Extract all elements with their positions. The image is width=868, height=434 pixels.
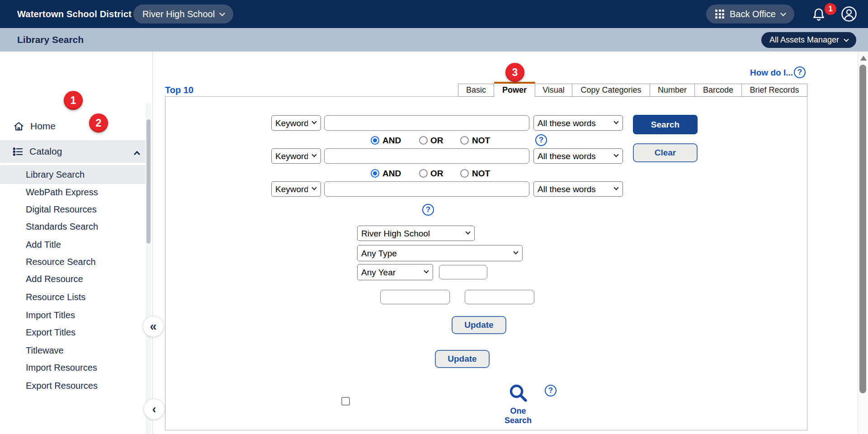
tab-brief-records[interactable]: Brief Records — [742, 84, 807, 97]
page-title: Library Search — [17, 28, 84, 52]
sidebar-item-resource-lists[interactable]: Resource Lists — [0, 288, 147, 306]
help-icon[interactable]: ? — [545, 385, 557, 396]
field-type-select-1[interactable]: Keyword — [271, 115, 321, 131]
sidebar-collapse-handle[interactable]: « — [143, 316, 164, 337]
top-navbar: Watertown School District River High Sch… — [0, 0, 868, 28]
material-type-select[interactable]: Any Type — [357, 245, 523, 261]
sidebar-item-label: Standards Search — [26, 222, 98, 232]
tab-number[interactable]: Number — [650, 84, 695, 97]
match-type-select-1-wrap: All these words — [533, 115, 623, 131]
sidebar-item-digital-resources[interactable]: Digital Resources — [0, 201, 147, 218]
search-button[interactable]: Search — [633, 115, 698, 134]
sidebar-item-label: Home — [30, 121, 56, 132]
tab-visual[interactable]: Visual — [535, 84, 572, 97]
tab-barcode[interactable]: Barcode — [695, 84, 742, 97]
field-type-select-2-wrap: Keyword — [271, 148, 321, 164]
annotation-badge-2: 2 — [89, 113, 108, 132]
sidebar-item-export-titles[interactable]: Export Titles — [0, 324, 147, 341]
sidebar-item-label: Titlewave — [26, 345, 64, 356]
include-online-checkbox[interactable] — [341, 397, 350, 406]
and-label: AND — [382, 136, 401, 146]
page-scrollbar-thumb[interactable] — [859, 65, 866, 393]
tab-power[interactable]: Power — [494, 82, 535, 97]
not-radio-1[interactable] — [460, 136, 469, 145]
how-do-i-link[interactable]: How do I... — [750, 68, 793, 78]
sidebar-item-standards-search[interactable]: Standards Search — [0, 218, 147, 236]
publication-year-input[interactable] — [439, 265, 487, 279]
and-radio-1[interactable] — [371, 136, 379, 145]
sublocation-update-button[interactable]: Update — [435, 350, 490, 368]
tab-copy-categories[interactable]: Copy Categories — [572, 84, 650, 97]
material-type-select-wrap: Any Type — [357, 245, 523, 261]
sidebar-item-label: Import Resources — [26, 363, 97, 373]
help-icon[interactable]: ? — [794, 66, 806, 78]
search-term-input-2[interactable] — [324, 148, 529, 164]
location-select[interactable]: River High School — [357, 226, 475, 241]
sidebar-item-library-search[interactable]: Library Search — [0, 165, 147, 184]
chevron-left-icon: ‹ — [152, 402, 156, 416]
match-type-select-3[interactable]: All these words — [533, 181, 623, 197]
chevron-down-icon — [219, 10, 225, 16]
help-icon[interactable]: ? — [422, 204, 434, 216]
home-icon — [13, 120, 25, 132]
sidebar-item-export-resources[interactable]: Export Resources — [0, 377, 147, 395]
sidebar-item-home[interactable]: Home — [0, 116, 145, 137]
role-selector[interactable]: All Assets Manager — [761, 32, 856, 48]
sidebar-item-label: Resource Search — [26, 257, 96, 267]
annotation-badge-3: 3 — [505, 63, 524, 82]
one-search-button[interactable]: One Search — [495, 382, 541, 425]
scroll-up-arrow[interactable] — [860, 56, 867, 61]
search-tabs: Basic Power Visual Copy Categories Numbe… — [458, 82, 807, 97]
sidebar-item-label: Export Titles — [26, 327, 75, 338]
sidebar-item-titlewave[interactable]: Titlewave — [0, 342, 147, 359]
sidebar-item-add-resource[interactable]: Add Resource — [0, 270, 147, 288]
circulation-update-button[interactable]: Update — [452, 316, 506, 334]
school-selector[interactable]: River High School — [133, 5, 233, 24]
not-label: NOT — [472, 136, 490, 146]
one-search-label: One Search — [495, 406, 541, 425]
sidebar-item-catalog[interactable]: Catalog — [0, 140, 147, 163]
publication-year-select[interactable]: Any Year — [357, 264, 433, 280]
account-button[interactable] — [840, 5, 858, 23]
search-term-input-1[interactable] — [324, 115, 529, 131]
chevron-down-icon — [844, 37, 849, 42]
sidebar-item-add-title[interactable]: Add Title — [0, 236, 147, 254]
clear-button[interactable]: Clear — [633, 143, 698, 162]
annotation-badge-1: 1 — [64, 91, 83, 110]
sidebar-item-label: Add Resource — [26, 274, 83, 284]
field-type-select-3[interactable]: Keyword — [271, 181, 321, 197]
sidebar-item-label: Digital Resources — [26, 204, 97, 215]
and-radio-2[interactable] — [371, 169, 379, 178]
call-number-to-input[interactable] — [465, 290, 534, 304]
district-name: Watertown School District — [17, 0, 132, 28]
and-label: AND — [382, 169, 401, 179]
call-number-from-input[interactable] — [380, 290, 450, 304]
tab-basic[interactable]: Basic — [458, 84, 494, 97]
sidebar-scrollbar-thumb[interactable] — [146, 119, 151, 244]
publication-year-select-wrap: Any Year — [357, 264, 433, 280]
sidebar-item-import-resources[interactable]: Import Resources — [0, 359, 147, 377]
school-selector-label: River High School — [142, 9, 215, 19]
apps-grid-icon — [715, 9, 724, 19]
sidebar-collapse-handle-secondary[interactable]: ‹ — [144, 399, 165, 420]
sidebar-item-resource-search[interactable]: Resource Search — [0, 253, 147, 271]
sidebar-item-import-titles[interactable]: Import Titles — [0, 307, 147, 324]
not-radio-2[interactable] — [460, 169, 469, 178]
module-header: Library Search All Assets Manager — [0, 28, 868, 52]
or-radio-2[interactable] — [419, 169, 428, 178]
search-term-input-3[interactable] — [324, 181, 529, 197]
catalog-list-icon — [12, 146, 24, 158]
chevron-down-icon — [780, 10, 786, 16]
not-label: NOT — [472, 169, 490, 179]
power-search-panel — [165, 96, 807, 430]
magnifier-icon — [507, 382, 529, 404]
help-icon[interactable]: ? — [535, 134, 547, 146]
match-type-select-2[interactable]: All these words — [533, 148, 623, 164]
match-type-select-1[interactable]: All these words — [533, 115, 623, 131]
back-office-menu[interactable]: Back Office — [706, 5, 794, 24]
sidebar-item-webpath-express[interactable]: WebPath Express — [0, 184, 147, 201]
field-type-select-3-wrap: Keyword — [271, 181, 321, 197]
or-radio-1[interactable] — [419, 136, 428, 145]
top10-link[interactable]: Top 10 — [165, 85, 193, 95]
field-type-select-2[interactable]: Keyword — [271, 148, 321, 164]
